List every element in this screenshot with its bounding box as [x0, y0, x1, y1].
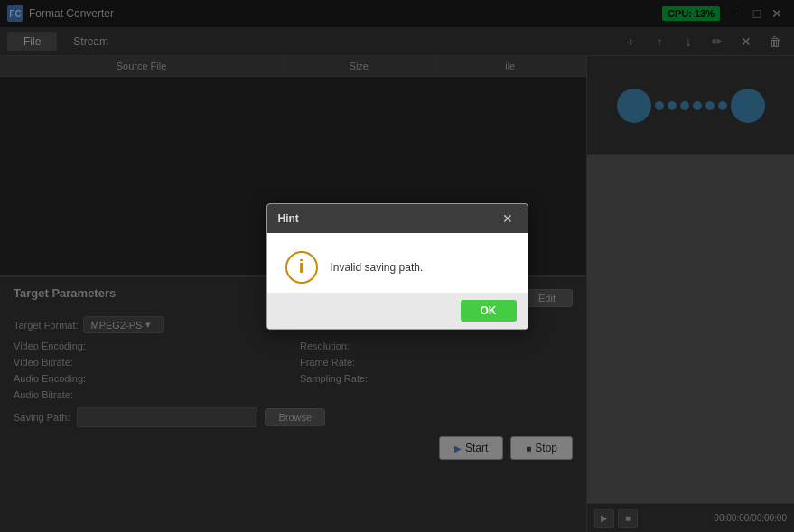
modal-header: Hint ✕ — [267, 204, 528, 233]
modal-title: Hint — [278, 212, 299, 225]
modal-footer: OK — [267, 293, 528, 329]
info-icon: i — [285, 251, 318, 284]
modal-message: Invalid saving path. — [331, 261, 424, 274]
hint-dialog: Hint ✕ i Invalid saving path. OK — [266, 203, 528, 330]
modal-body: i Invalid saving path. — [267, 233, 528, 293]
modal-overlay: Hint ✕ i Invalid saving path. OK — [0, 0, 794, 532]
ok-button[interactable]: OK — [461, 300, 517, 322]
modal-close-button[interactable]: ✕ — [499, 210, 517, 228]
